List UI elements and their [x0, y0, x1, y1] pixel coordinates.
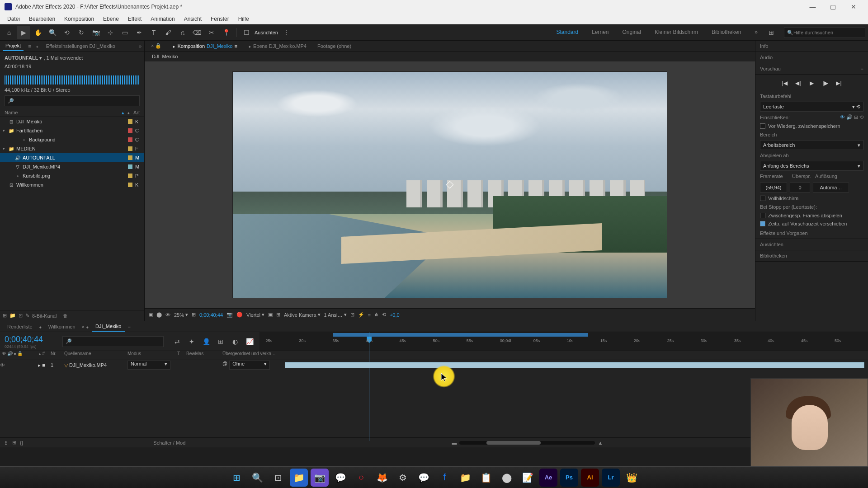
rotate-tool-icon[interactable]: ↻ — [75, 26, 88, 39]
comp-tab-lock-icon[interactable]: × 🔒 — [147, 41, 165, 51]
timeline-search-input[interactable]: 🔎 — [62, 336, 164, 347]
layer-mode-dropdown[interactable]: Normal▾ — [127, 361, 170, 370]
current-time-display[interactable]: 0;00;40;44 02444 (59.94 fps) — [0, 332, 59, 351]
shortcut-dropdown[interactable]: Leertaste▾ ⟲ — [760, 102, 863, 112]
libraries-panel-header[interactable]: Bibliotheken — [755, 250, 868, 262]
view-layout-dropdown[interactable]: 1 Ansi… ▾ — [324, 312, 347, 318]
bit-depth-label[interactable]: 8-Bit-Kanal — [32, 313, 57, 319]
project-item[interactable]: ▾📁FarbflächenC — [0, 126, 144, 135]
tab-projekt[interactable]: Projekt — [3, 41, 24, 51]
snapshot-icon[interactable]: 📷 — [226, 312, 233, 318]
roi-icon[interactable]: ▣ — [268, 312, 273, 318]
transparency-grid-icon[interactable]: ⊞ — [276, 312, 280, 318]
clone-tool-icon[interactable]: ⎌ — [176, 26, 189, 39]
pickwhip-icon[interactable]: @ — [222, 361, 227, 370]
resolution-dropdown[interactable]: Viertel ▾ — [246, 312, 264, 318]
work-area-bar[interactable] — [333, 333, 588, 337]
adjust-icon[interactable]: ✎ — [25, 313, 29, 319]
fullscreen-checkbox[interactable] — [760, 196, 765, 201]
info-panel-header[interactable]: Info — [755, 41, 868, 52]
help-search-input[interactable]: 🔍 Hilfe durchsuchen — [784, 27, 865, 38]
new-comp-icon[interactable]: ⊡ — [19, 313, 23, 319]
taskbar-lightroom-icon[interactable]: Lr — [602, 469, 620, 487]
toggle-switches-icon[interactable]: 🎚 — [4, 440, 9, 446]
magnification-icon[interactable]: ▣ — [148, 312, 153, 318]
taskbar-notepad-icon[interactable]: 📝 — [519, 469, 537, 487]
taskbar-camera-icon[interactable]: 📷 — [311, 469, 329, 487]
taskbar-app1-icon[interactable]: ⚙ — [394, 469, 412, 487]
resolution-icon[interactable]: ⊞ — [192, 312, 196, 318]
next-frame-button[interactable]: |▶ — [821, 78, 830, 88]
workspace-bibliotheken[interactable]: Bibliotheken — [705, 26, 747, 39]
zoom-out-icon[interactable]: ▬ — [452, 440, 457, 446]
timeline-zoom-slider[interactable] — [459, 441, 595, 445]
roto-tool-icon[interactable]: ✂ — [205, 26, 218, 39]
project-item[interactable]: ▫Kursbild.pngP — [0, 171, 144, 180]
taskbar-opera-icon[interactable]: ○ — [352, 469, 370, 487]
trash-icon[interactable]: 🗑 — [63, 313, 68, 319]
menu-ansicht[interactable]: Ansicht — [179, 16, 206, 22]
last-frame-button[interactable]: ▶| — [834, 78, 844, 88]
tab-dji-mexiko[interactable]: DJI_Mexiko — [92, 322, 125, 332]
text-tool-icon[interactable]: T — [147, 26, 160, 39]
taskbar-app3-icon[interactable]: 👑 — [623, 469, 641, 487]
time-ruler[interactable]: 25s30s35s40s45s50s55s00;04f05s10s15s20s2… — [259, 332, 868, 351]
project-item[interactable]: ▫BackgroundC — [0, 135, 144, 144]
first-frame-button[interactable]: |◀ — [780, 78, 790, 88]
panel-overflow-icon[interactable]: » — [139, 43, 142, 49]
shape-tool-icon[interactable]: ▭ — [118, 26, 131, 39]
home-icon[interactable]: ⌂ — [3, 26, 15, 39]
layer-video-toggle[interactable]: 👁 — [0, 362, 5, 368]
layer-twirl-icon[interactable]: ▸ — [38, 362, 41, 368]
layer-name[interactable]: DJI_Mexiko.MP4 — [69, 362, 107, 368]
menu-fenster[interactable]: Fenster — [206, 16, 234, 22]
taskbar-search-icon[interactable]: 🔍 — [248, 469, 266, 487]
menu-hilfe[interactable]: Hilfe — [234, 16, 254, 22]
audio-col-icon[interactable]: 🔊 — [7, 351, 13, 360]
taskbar-whatsapp-icon[interactable]: 💬 — [331, 469, 349, 487]
project-item[interactable]: ⊡DJI_MexikoK — [0, 117, 144, 126]
col-art[interactable]: Art — [133, 110, 140, 116]
toggle-modes-icon[interactable]: ⊞ — [12, 440, 16, 446]
taskbar-facebook-icon[interactable]: f — [435, 469, 453, 487]
hide-shy-icon[interactable]: 👤 — [200, 335, 212, 348]
pan-behind-tool-icon[interactable]: ⊹ — [104, 26, 117, 39]
project-item[interactable]: ⊡WillkommenK — [0, 180, 144, 189]
comp-mini-flowchart-icon[interactable]: ⇄ — [171, 335, 184, 348]
menu-datei[interactable]: Datei — [3, 16, 24, 22]
project-item[interactable]: ▽DJI_Mexiko.MP4M — [0, 162, 144, 171]
framerate-input[interactable]: (59,94) — [760, 183, 787, 192]
skip-input[interactable]: 0 — [790, 183, 810, 192]
exposure-reset-icon[interactable]: ⟲ — [382, 312, 386, 318]
include-video-icon[interactable]: 👁 — [840, 114, 845, 120]
selection-tool-icon[interactable]: ▶ — [17, 26, 30, 39]
include-overlay-icon[interactable]: ⊞ — [854, 114, 858, 120]
stop-move-time-checkbox[interactable] — [760, 221, 765, 226]
composition-viewer[interactable] — [145, 61, 755, 308]
close-button[interactable]: ✕ — [843, 0, 863, 14]
stop-cached-checkbox[interactable] — [760, 213, 765, 218]
solo-col-icon[interactable]: ● — [14, 351, 16, 360]
taskbar-app2-icon[interactable]: 📋 — [477, 469, 495, 487]
align-panel-header[interactable]: Ausrichten — [755, 239, 868, 250]
playfrom-dropdown[interactable]: Anfang des Bereichs▾ — [760, 161, 863, 171]
workspace-original[interactable]: Original — [616, 26, 647, 39]
interpret-icon[interactable]: ⊞ — [3, 313, 7, 319]
range-dropdown[interactable]: Arbeitsbereich▾ — [760, 140, 863, 150]
layer-duration-bar[interactable] — [285, 361, 864, 369]
pixel-aspect-icon[interactable]: ⊡ — [350, 312, 354, 318]
timeline-icon[interactable]: ≡ — [368, 312, 371, 318]
taskbar-photoshop-icon[interactable]: Ps — [560, 469, 578, 487]
video-col-icon[interactable]: 👁 — [2, 351, 6, 360]
snap-checkbox[interactable]: ☐ — [240, 26, 253, 39]
timecode-display[interactable]: 0;00;40;44 — [199, 312, 223, 318]
comp-breadcrumb[interactable]: DJI_Mexiko — [145, 52, 755, 61]
mask-icon[interactable]: 👁 — [165, 312, 170, 318]
switches-modes-label[interactable]: Schalter / Modi — [153, 440, 186, 446]
prev-frame-button[interactable]: ◀| — [793, 78, 803, 88]
layer-row[interactable]: 👁 ▸ ■ 1 ▽ DJI_Mexiko.MP4 Normal▾ @Ohne▾ — [0, 360, 868, 370]
taskbar-folder-icon[interactable]: 📁 — [456, 469, 474, 487]
menu-animation[interactable]: Animation — [146, 16, 179, 22]
project-item[interactable]: ▾📁MEDIENF — [0, 144, 144, 153]
menu-komposition[interactable]: Komposition — [60, 16, 99, 22]
